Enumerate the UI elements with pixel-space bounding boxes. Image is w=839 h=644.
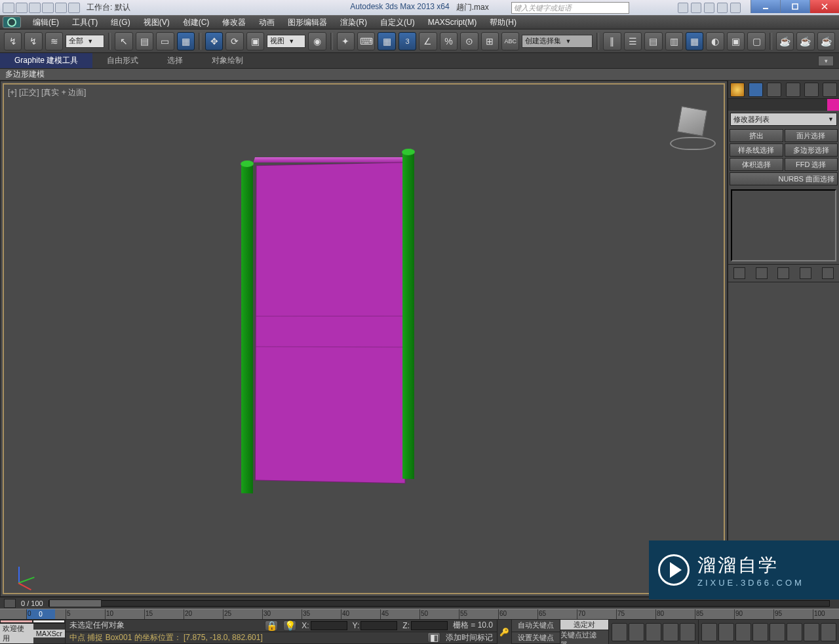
viewcube-ring-icon[interactable] [670, 137, 716, 150]
btn-splineselect[interactable]: 样条线选择 [730, 143, 783, 157]
help-icon[interactable] [730, 3, 741, 13]
render-frame-icon[interactable]: ▢ [747, 32, 765, 50]
abc-icon[interactable]: ABC [501, 32, 519, 50]
menu-maxscript[interactable]: MAXScript(M) [421, 16, 484, 29]
goto-end-icon[interactable] [680, 623, 695, 641]
menu-create[interactable]: 创建(C) [176, 16, 216, 29]
teapot3-icon[interactable]: ☕ [817, 32, 835, 50]
redo-icon[interactable] [55, 3, 67, 13]
configure-icon[interactable] [822, 267, 834, 279]
lock-selection-icon[interactable]: 🔒 [265, 620, 278, 631]
time-tag-icon[interactable]: ◧ [427, 632, 440, 643]
mini-listener-white[interactable] [33, 620, 66, 623]
viewport[interactable]: [+] [正交] [真实 + 边面] [3, 83, 725, 594]
menu-edit[interactable]: 编辑(E) [26, 16, 66, 29]
curve-editor-icon[interactable]: ▥ [665, 32, 683, 50]
timeline-ruler[interactable]: 0 05101520253035404550556065707580859095… [0, 609, 839, 619]
menu-animation[interactable]: 动画 [252, 16, 281, 29]
coord-z-input[interactable] [411, 621, 448, 630]
new-icon[interactable] [3, 3, 14, 13]
object-name-input[interactable] [728, 99, 827, 111]
isolate-icon[interactable]: 💡 [283, 620, 296, 631]
coord-y-input[interactable] [361, 621, 397, 630]
viewcube-cube-icon[interactable] [677, 106, 707, 136]
select-region-icon[interactable]: ▭ [156, 32, 174, 50]
track-thumb[interactable] [49, 599, 102, 607]
help-search-input[interactable]: 键入关键字或短语 [511, 2, 629, 14]
btn-ffdselect[interactable]: FFD 选择 [785, 158, 838, 171]
mini-listener-pink[interactable] [0, 620, 33, 623]
orbit-icon[interactable] [752, 623, 768, 641]
align-icon[interactable]: ☰ [624, 32, 642, 50]
coord-x-input[interactable] [311, 621, 347, 630]
ribbon-panel-label[interactable]: 多边形建模 [0, 69, 839, 81]
menu-rendering[interactable]: 渲染(R) [334, 16, 374, 29]
select-name-icon[interactable]: ▤ [136, 32, 153, 50]
move-tool-icon[interactable]: ✥ [205, 32, 223, 50]
close-button[interactable] [810, 0, 839, 13]
menu-modifiers[interactable]: 修改器 [216, 16, 252, 29]
rotate-tool-icon[interactable]: ⟳ [225, 32, 243, 50]
add-time-tag[interactable]: 添加时间标记 [446, 632, 493, 643]
auto-key-button[interactable]: 自动关键点 [512, 620, 560, 632]
minimize-button[interactable] [751, 0, 780, 13]
selection-filter-combo[interactable]: 全部▼ [66, 35, 104, 48]
tab-create-icon[interactable] [730, 83, 745, 97]
ribbon-tab-paint[interactable]: 对象绘制 [197, 53, 258, 68]
btn-nurbs[interactable]: NURBS 曲面选择 [730, 172, 838, 185]
btn-volselect[interactable]: 体积选择 [730, 158, 783, 171]
spinner-snap-icon[interactable]: ⊙ [460, 32, 478, 50]
menu-customize[interactable]: 自定义(U) [374, 16, 421, 29]
favorite-icon[interactable] [717, 3, 728, 13]
menu-graph[interactable]: 图形编辑器 [281, 16, 334, 29]
ribbon-tab-freeform[interactable]: 自由形式 [92, 53, 153, 68]
maximize-button[interactable] [780, 0, 810, 13]
btn-extrude[interactable]: 挤出 [730, 129, 783, 142]
tab-modify-icon[interactable] [749, 83, 763, 97]
bind-tool-icon[interactable]: ≋ [45, 32, 63, 50]
ribbon-tab-selection[interactable]: 选择 [153, 53, 197, 68]
menu-help[interactable]: 帮助(H) [483, 16, 523, 29]
snap-3-icon[interactable]: 3 [399, 32, 416, 50]
refcoord-combo[interactable]: 视图▼ [267, 35, 305, 48]
schematic-icon[interactable]: ▦ [686, 32, 703, 50]
viewcube[interactable] [670, 104, 716, 150]
next-frame-icon[interactable] [663, 623, 678, 641]
snap-toggle-icon[interactable]: ▦ [378, 32, 395, 50]
key-filter-button[interactable]: 关键点过滤器... [560, 630, 608, 644]
prev-frame-icon[interactable] [629, 623, 644, 641]
pin-stack-icon[interactable] [733, 267, 745, 279]
undo-icon[interactable] [42, 3, 54, 13]
search-icon[interactable] [678, 3, 688, 13]
material-editor-icon[interactable]: ◐ [706, 32, 724, 50]
layers-icon[interactable]: ▤ [644, 32, 662, 50]
link-icon[interactable] [68, 3, 80, 13]
viewport-label[interactable]: [+] [正交] [真实 + 边面] [8, 87, 86, 98]
object-color-swatch[interactable] [827, 99, 839, 111]
track-home-icon[interactable] [4, 599, 16, 608]
pan-icon[interactable] [701, 623, 717, 641]
edge-constraint-icon[interactable]: ⊞ [481, 32, 499, 50]
tab-utilities-icon[interactable] [823, 83, 837, 97]
zoom-extents-icon[interactable] [735, 623, 751, 641]
tab-display-icon[interactable] [804, 83, 819, 97]
goto-start-icon[interactable] [612, 623, 627, 641]
fov-icon[interactable] [787, 623, 802, 641]
key-icon[interactable]: 🔑 [497, 620, 511, 644]
keyboard-shortcut-icon[interactable]: ⌨ [357, 32, 375, 50]
link-tool-icon[interactable]: ↯ [4, 32, 22, 50]
set-key-button[interactable]: 设置关键点 [512, 632, 560, 645]
named-selection-combo[interactable]: 创建选择集▼ [522, 35, 593, 48]
remove-mod-icon[interactable] [800, 267, 811, 279]
modifier-stack[interactable] [731, 189, 836, 261]
manipulate-icon[interactable]: ✦ [337, 32, 355, 50]
menu-views[interactable]: 视图(V) [137, 16, 176, 29]
ribbon-tab-graphite[interactable]: Graphite 建模工具 [0, 53, 92, 68]
zoom-icon[interactable] [718, 623, 734, 641]
maxscript-label[interactable]: MAXScr [33, 630, 65, 637]
select-tool-icon[interactable]: ↖ [115, 32, 132, 50]
menu-group[interactable]: 组(G) [104, 16, 136, 29]
percent-snap-icon[interactable]: % [440, 32, 458, 50]
teapot1-icon[interactable]: ☕ [776, 32, 794, 50]
render-setup-icon[interactable]: ▣ [727, 32, 745, 50]
